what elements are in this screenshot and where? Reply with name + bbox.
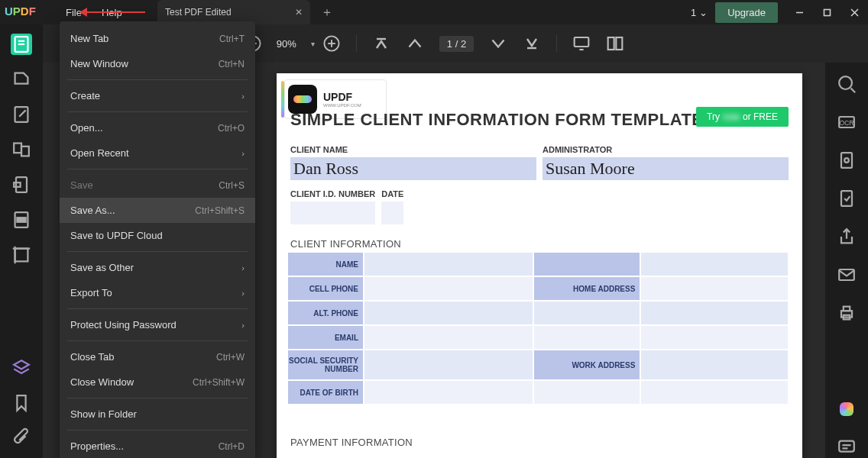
grid-label-name: NAME (287, 252, 364, 276)
client-name-value: Dan Ross (290, 157, 536, 180)
menu-protect[interactable]: Protect Using Password› (60, 312, 255, 337)
menu-separator (67, 430, 248, 431)
organize-tool-icon[interactable] (11, 139, 32, 160)
grid-label-cell: CELL PHONE (287, 276, 364, 301)
left-sidebar (0, 24, 43, 458)
prev-page-button[interactable] (406, 34, 424, 53)
zoom-dropdown-icon[interactable]: ▾ (311, 40, 315, 48)
menu-separator (67, 251, 248, 252)
right-sidebar: OCR (825, 63, 868, 458)
client-name-label: CLIENT NAME (290, 145, 536, 154)
svg-rect-13 (608, 37, 614, 50)
last-page-button[interactable] (523, 34, 541, 53)
date-value (381, 202, 403, 224)
chevron-right-icon: › (241, 92, 245, 101)
svg-rect-14 (616, 37, 622, 50)
window-maximize-button[interactable] (813, 0, 840, 24)
edit-tool-icon[interactable] (11, 104, 32, 125)
svg-rect-1 (824, 9, 830, 15)
svg-rect-19 (14, 144, 21, 153)
svg-rect-35 (841, 191, 852, 206)
reader-tool-icon[interactable] (11, 34, 32, 55)
svg-rect-21 (16, 177, 27, 192)
chevron-right-icon: › (241, 263, 245, 273)
menu-separator (67, 308, 248, 309)
menu-properties[interactable]: Properties...Ctrl+D (60, 434, 255, 458)
app-logo: UPDF (5, 5, 36, 18)
menu-save-other[interactable]: Save as Other› (60, 255, 255, 280)
chevron-down-icon: ⌄ (699, 7, 708, 18)
menu-export-to[interactable]: Export To› (60, 280, 255, 305)
first-page-button[interactable] (372, 34, 390, 53)
new-tab-button[interactable]: ＋ (318, 5, 336, 21)
menu-new-window[interactable]: New WindowCtrl+N (60, 51, 255, 76)
menu-separator (67, 169, 248, 169)
menu-show-folder[interactable]: Show in Folder (60, 402, 255, 427)
grid-label-workaddr: WORK ADDRESS (533, 350, 640, 380)
menu-new-tab[interactable]: New TabCtrl+T (60, 26, 255, 51)
page-indicator[interactable]: 1 / 2 (439, 36, 474, 52)
menu-help[interactable]: Help (102, 7, 122, 18)
brand-subtext: WWW.UPDF.COM (323, 103, 361, 108)
flatten-icon[interactable] (836, 188, 857, 209)
comment-tool-icon[interactable] (11, 69, 32, 90)
menu-create[interactable]: Create› (60, 83, 255, 108)
ai-icon[interactable] (836, 398, 857, 420)
client-id-label: CLIENT I.D. NUMBER (290, 189, 375, 198)
svg-rect-22 (14, 182, 20, 187)
pdf-page: UPDFWWW.UPDF.COM SIMPLE CLIENT INFORMATI… (277, 73, 802, 458)
reading-mode-button[interactable] (606, 34, 624, 53)
grid-label-email: EMAIL (287, 325, 364, 350)
toolbar-separator (356, 35, 357, 52)
layers-icon[interactable] (11, 357, 32, 379)
grid-label-homeaddr: HOME ADDRESS (533, 276, 640, 301)
date-label: DATE (381, 189, 403, 198)
compress-icon[interactable] (836, 150, 857, 171)
section-client-info: CLIENT INFORMATION (290, 238, 401, 250)
client-id-value (290, 202, 375, 224)
menu-save-as[interactable]: Save As...Ctrl+Shift+S (60, 198, 255, 223)
menu-save-cloud[interactable]: Save to UPDF Cloud (60, 223, 255, 248)
chat-icon[interactable] (836, 437, 857, 458)
presentation-button[interactable] (572, 34, 591, 53)
cta-pre: Try (707, 111, 720, 122)
svg-rect-41 (839, 441, 854, 452)
svg-rect-37 (839, 269, 854, 280)
email-icon[interactable] (836, 264, 857, 285)
menu-file[interactable]: File (66, 7, 82, 18)
page-count-indicator[interactable]: 1 ⌄ (691, 7, 708, 18)
grid-label-alt: ALT. PHONE (287, 301, 364, 325)
svg-line-30 (851, 89, 856, 93)
cta-banner[interactable]: Try now or FREE (696, 107, 789, 127)
attachment-icon[interactable] (11, 427, 32, 449)
crop-tool-icon[interactable] (11, 244, 32, 266)
next-page-button[interactable] (489, 34, 507, 53)
print-icon[interactable] (836, 302, 857, 324)
menu-close-tab[interactable]: Close TabCtrl+W (60, 344, 255, 369)
chevron-right-icon: › (241, 149, 245, 158)
share-icon[interactable] (836, 226, 857, 247)
menu-close-window[interactable]: Close WindowCtrl+Shift+W (60, 369, 255, 395)
administrator-label: ADMINISTRATOR (542, 145, 789, 154)
redact-tool-icon[interactable] (11, 209, 32, 231)
tab-close-icon[interactable]: ✕ (295, 7, 303, 18)
form-tool-icon[interactable] (11, 174, 32, 195)
menu-open[interactable]: Open...Ctrl+O (60, 115, 255, 140)
menu-open-recent[interactable]: Open Recent› (60, 140, 255, 166)
upgrade-button[interactable]: Upgrade (715, 2, 778, 23)
window-minimize-button[interactable] (785, 0, 813, 24)
svg-rect-39 (844, 307, 850, 311)
ocr-icon[interactable]: OCR (836, 111, 857, 133)
window-close-button[interactable] (840, 0, 868, 24)
file-menu-dropdown: New TabCtrl+T New WindowCtrl+N Create› O… (60, 21, 255, 458)
svg-rect-33 (841, 153, 852, 168)
search-icon[interactable] (836, 73, 857, 95)
svg-rect-24 (17, 218, 25, 222)
bookmark-icon[interactable] (11, 392, 32, 414)
zoom-in-button[interactable] (322, 34, 341, 53)
zoom-value[interactable]: 90% (270, 38, 303, 50)
chevron-right-icon: › (241, 321, 245, 330)
menu-separator (67, 111, 248, 112)
svg-point-34 (844, 158, 849, 163)
svg-rect-25 (15, 249, 28, 262)
